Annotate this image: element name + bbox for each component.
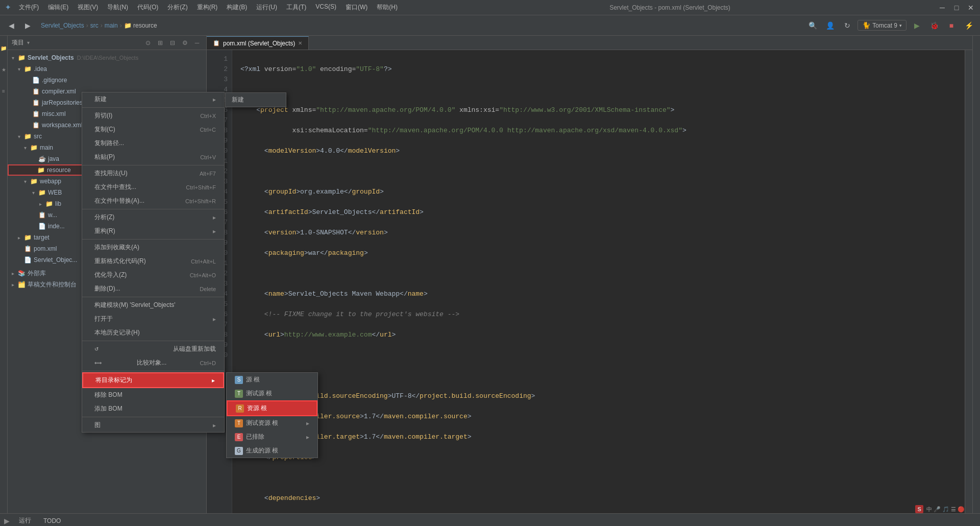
ctx-item-optimize[interactable]: 优化导入(Z) Ctrl+Alt+O [82, 268, 224, 282]
structure-icon[interactable]: ≡ [1, 81, 7, 101]
menu-file[interactable]: 文件(F) [15, 2, 43, 13]
ctx-item-analyze[interactable]: 分析(Z) ▸ [82, 210, 224, 224]
forward-button[interactable]: ▶ [20, 18, 35, 33]
tree-item-gitignore[interactable]: 📄 .gitignore [8, 75, 206, 86]
ctx-item-open-in[interactable]: 打开于 ▸ [82, 312, 224, 326]
ctx-item-refactor[interactable]: 重构(R) ▸ [82, 224, 224, 238]
breadcrumb-main[interactable]: main [105, 22, 118, 29]
ctx-item-replace-in-files[interactable]: 在文件中替换(A)... Ctrl+Shift+R [82, 194, 224, 208]
menu-edit[interactable]: 编辑(E) [44, 2, 72, 13]
tree-item-idea[interactable]: ▾ 📁 .idea [8, 63, 206, 75]
tab-close-pom[interactable]: ✕ [298, 40, 302, 46]
tree-arrow-idea: ▾ [18, 66, 24, 72]
menu-tools[interactable]: 工具(T) [282, 2, 310, 13]
code-line-10: <packaging>war</packaging> [240, 248, 957, 258]
update-btn[interactable]: ↻ [840, 18, 854, 33]
ctx-item-delete[interactable]: 删除(D)... Delete [82, 282, 224, 296]
back-button[interactable]: ◀ [4, 18, 18, 33]
ctx-item-mark-dir[interactable]: 将目录标记为 ▸ S 源 根 T 测试源 根 R 资源 根 T [82, 372, 224, 388]
breadcrumb-project[interactable]: Servlet_Objects [41, 22, 84, 29]
breadcrumb-sep-3: › [120, 22, 122, 29]
ctx-item-cut[interactable]: 剪切(I) Ctrl+X [82, 109, 224, 123]
ctx-arrow-refactor: ▸ [213, 228, 216, 235]
separator-3 [82, 209, 224, 209]
menu-view[interactable]: 视图(V) [74, 2, 102, 13]
ctx-item-copy[interactable]: 复制(C) Ctrl+C [82, 123, 224, 136]
menu-refactor[interactable]: 重构(R) [193, 2, 222, 13]
line-num-3: 3 [207, 75, 228, 85]
menu-vcs[interactable]: VCS(S) [311, 2, 340, 13]
tab-icon-pom: 📋 [213, 40, 220, 46]
close-button[interactable]: ✕ [967, 4, 975, 12]
menu-analyze[interactable]: 分析(Z) [163, 2, 191, 13]
menu-build[interactable]: 构建(B) [223, 2, 251, 13]
search-everywhere-btn[interactable]: 🔍 [805, 18, 820, 33]
ctx-item-find-usages[interactable]: 查找用法(U) Alt+F7 [82, 166, 224, 180]
mark-item-resources[interactable]: R 资源 根 [227, 400, 317, 416]
run-button[interactable]: ▶ [910, 18, 924, 33]
collapse-all-icon[interactable]: ⊟ [167, 38, 178, 48]
ctx-label-find-in-files: 在文件中查找... [94, 183, 136, 192]
stop-button[interactable]: ■ [944, 18, 959, 33]
ctx-shortcut-delete: Delete [200, 286, 216, 292]
ctx-arrow-diagram: ▸ [213, 422, 216, 429]
profile-button[interactable]: ⚡ [962, 18, 976, 33]
ctx-item-local-history[interactable]: 本地历史记录(H) [82, 326, 224, 340]
tree-label-workspace: workspace.xml [42, 122, 82, 129]
settings-icon[interactable]: ⚙ [180, 38, 190, 48]
mark-item-test-resources[interactable]: T 测试资源 根 ▸ [227, 416, 317, 430]
breadcrumb-src[interactable]: src [90, 22, 99, 29]
project-icon[interactable]: 📁 [1, 38, 7, 58]
menu-code[interactable]: 代码(O) [133, 2, 162, 13]
code-line-3: <project xmlns="http://maven.apache.org/… [240, 105, 957, 115]
tree-item-root[interactable]: ▾ 📁 Servlet_Objects D:\IDEA\Servlet_Obje… [8, 52, 206, 63]
bookmark-icon[interactable]: ★ [1, 59, 7, 80]
mark-item-test-sources[interactable]: T 测试源 根 [227, 387, 317, 400]
ctx-item-remove-bom[interactable]: 移除 BOM [82, 388, 224, 402]
panel-title: 项目 [12, 38, 24, 47]
tree-arrow-external: ▸ [12, 271, 18, 276]
tree-label-w: w... [48, 211, 57, 219]
ctx-item-build-module[interactable]: 构建模块(M) 'Servlet_Objects' [82, 298, 224, 312]
tree-label-web: WEB [48, 189, 62, 196]
expand-all-icon[interactable]: ⊞ [155, 38, 165, 48]
bottom-tab-run[interactable]: 运行 [14, 515, 36, 526]
bottom-tab-todo[interactable]: TODO [38, 516, 66, 525]
folder-icon-main: 📁 [30, 144, 38, 151]
menu-help[interactable]: 帮助(H) [373, 2, 402, 13]
left-sidebar: 📁 ★ ≡ [0, 36, 8, 513]
user-btn[interactable]: 👤 [823, 18, 837, 33]
xml-icon-w: 📋 [38, 211, 46, 219]
ctx-item-copy-path[interactable]: 复制路径... [82, 136, 224, 150]
ctx-item-new[interactable]: 新建 ▸ 新建 [82, 92, 224, 106]
ctx-item-reload[interactable]: ↺ 从磁盘重新加载 [82, 342, 224, 356]
ctx-item-diagram[interactable]: 图 ▸ [82, 418, 224, 432]
mark-item-sources[interactable]: S 源 根 [227, 373, 317, 387]
mark-item-excluded[interactable]: E 已排除 ▸ [227, 430, 317, 444]
hide-panel-icon[interactable]: ─ [192, 38, 202, 48]
ctx-item-paste[interactable]: 粘贴(P) Ctrl+V [82, 150, 224, 164]
ctx-arrow-analyze: ▸ [213, 214, 216, 221]
file-icon-gitignore: 📄 [32, 77, 40, 84]
code-area[interactable]: <?xml version="1.0" encoding="UTF-8"?> <… [232, 50, 965, 513]
menu-window[interactable]: 窗口(W) [341, 2, 372, 13]
folder-icon-external: 📚 [18, 270, 26, 277]
ctx-item-add-bom[interactable]: 添加 BOM [82, 402, 224, 416]
menu-navigate[interactable]: 导航(N) [103, 2, 132, 13]
ctx-label-add-favorites: 添加到收藏夹(A) [94, 243, 139, 252]
ctx-shortcut-find-in-files: Ctrl+Shift+F [186, 184, 216, 190]
ctx-shortcut-copy: Ctrl+C [200, 127, 216, 133]
menu-run[interactable]: 运行(U) [252, 2, 281, 13]
run-config-selector[interactable]: 🐈 Tomcat 9 ▾ [857, 20, 906, 31]
ctx-subitem-new-1[interactable]: 新建 [226, 93, 286, 107]
ctx-item-compare[interactable]: ⟺ 比较对象... Ctrl+D [82, 356, 224, 370]
debug-button[interactable]: 🐞 [927, 18, 941, 33]
ctx-item-add-favorites[interactable]: 添加到收藏夹(A) [82, 241, 224, 254]
editor-tab-pom[interactable]: 📋 pom.xml (Servlet_Objects) ✕ [207, 36, 309, 50]
minimize-button[interactable]: ─ [938, 4, 946, 12]
maximize-button[interactable]: □ [952, 4, 961, 12]
ctx-item-find-in-files[interactable]: 在文件中查找... Ctrl+Shift+F [82, 180, 224, 194]
mark-item-generated[interactable]: G 生成的源 根 [227, 444, 317, 458]
ctx-item-reformat[interactable]: 重新格式化代码(R) Ctrl+Alt+L [82, 254, 224, 268]
locate-icon[interactable]: ⊙ [143, 38, 153, 48]
